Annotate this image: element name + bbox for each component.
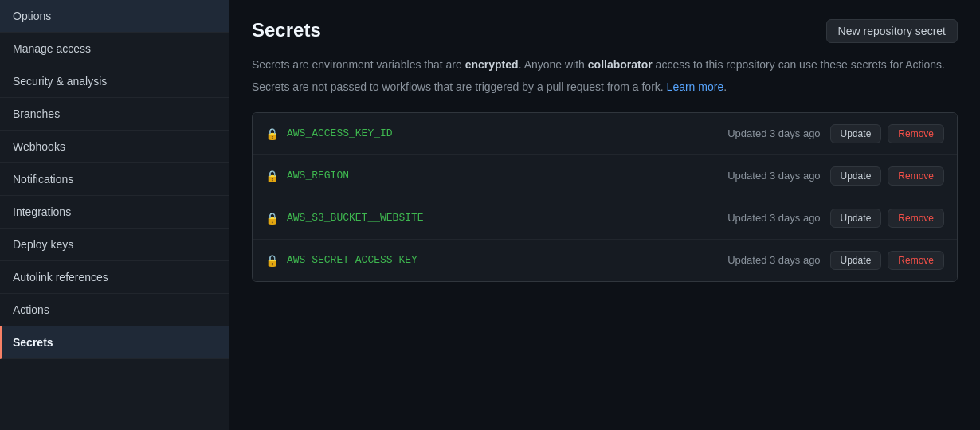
sidebar-item-secrets[interactable]: Secrets xyxy=(0,326,229,359)
sidebar-item-notifications[interactable]: Notifications xyxy=(0,163,229,196)
learn-more-link[interactable]: Learn more xyxy=(667,80,724,93)
sidebar-item-security-analysis[interactable]: Security & analysis xyxy=(0,65,229,98)
update-button[interactable]: Update xyxy=(830,166,882,186)
lock-icon: 🔒 xyxy=(265,170,279,182)
sidebar-item-options[interactable]: Options xyxy=(0,0,229,33)
secret-actions: UpdateRemove xyxy=(830,166,944,186)
description-line2: Secrets are not passed to workflows that… xyxy=(252,78,958,96)
sidebar: OptionsManage accessSecurity & analysisB… xyxy=(0,0,229,430)
lock-icon: 🔒 xyxy=(265,212,279,225)
update-button[interactable]: Update xyxy=(830,124,882,143)
secret-actions: UpdateRemove xyxy=(830,251,944,270)
sidebar-item-actions[interactable]: Actions xyxy=(0,294,229,326)
sidebar-item-deploy-keys[interactable]: Deploy keys xyxy=(0,229,229,261)
secret-updated: Updated 3 days ago xyxy=(727,127,820,139)
main-content: Secrets New repository secret Secrets ar… xyxy=(229,0,980,430)
secret-actions: UpdateRemove xyxy=(830,209,944,228)
secret-name: AWS_S3_BUCKET__WEBSITE xyxy=(287,212,727,224)
secret-row: 🔒AWS_ACCESS_KEY_IDUpdated 3 days agoUpda… xyxy=(253,113,957,155)
secret-updated: Updated 3 days ago xyxy=(727,170,820,182)
secret-row: 🔒AWS_S3_BUCKET__WEBSITEUpdated 3 days ag… xyxy=(253,197,957,240)
update-button[interactable]: Update xyxy=(830,209,882,228)
secret-updated: Updated 3 days ago xyxy=(727,254,820,266)
page-title: Secrets xyxy=(252,19,321,41)
sidebar-item-integrations[interactable]: Integrations xyxy=(0,196,229,229)
secret-actions: UpdateRemove xyxy=(830,124,944,143)
secret-row: 🔒AWS_REGIONUpdated 3 days agoUpdateRemov… xyxy=(253,155,957,197)
sidebar-item-webhooks[interactable]: Webhooks xyxy=(0,131,229,163)
sidebar-item-manage-access[interactable]: Manage access xyxy=(0,33,229,65)
secret-name: AWS_REGION xyxy=(287,170,727,182)
remove-button[interactable]: Remove xyxy=(888,124,944,143)
remove-button[interactable]: Remove xyxy=(888,251,944,270)
secret-updated: Updated 3 days ago xyxy=(727,212,820,224)
description-line1: Secrets are environment variables that a… xyxy=(252,56,958,73)
sidebar-item-autolink-references[interactable]: Autolink references xyxy=(0,261,229,294)
lock-icon: 🔒 xyxy=(265,127,279,140)
secret-name: AWS_ACCESS_KEY_ID xyxy=(287,127,727,139)
remove-button[interactable]: Remove xyxy=(888,166,944,186)
main-header: Secrets New repository secret xyxy=(252,19,958,43)
remove-button[interactable]: Remove xyxy=(888,209,944,228)
sidebar-item-branches[interactable]: Branches xyxy=(0,98,229,131)
secret-name: AWS_SECRET_ACCESS_KEY xyxy=(287,254,727,266)
new-secret-button[interactable]: New repository secret xyxy=(826,19,958,43)
secrets-list: 🔒AWS_ACCESS_KEY_IDUpdated 3 days agoUpda… xyxy=(252,112,958,282)
lock-icon: 🔒 xyxy=(265,254,279,267)
update-button[interactable]: Update xyxy=(830,251,882,270)
secret-row: 🔒AWS_SECRET_ACCESS_KEYUpdated 3 days ago… xyxy=(253,240,957,281)
